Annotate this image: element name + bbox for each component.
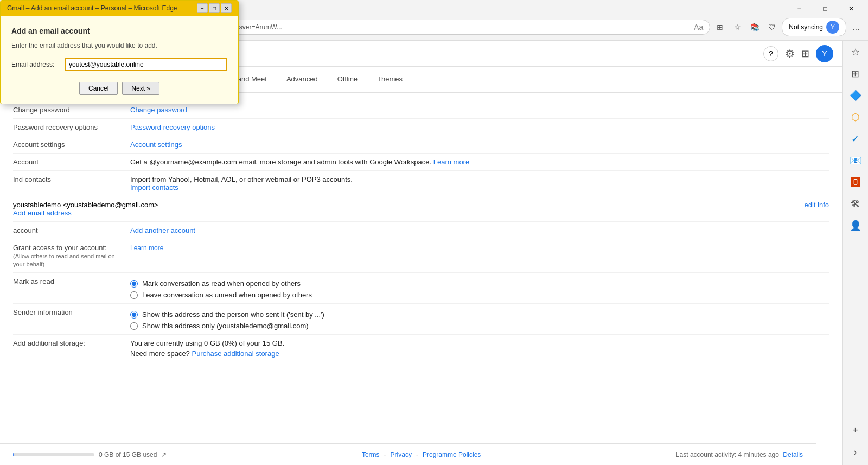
mark-as-read-options: Mark conversation as read when opened by… bbox=[130, 279, 829, 299]
settings-more-btn[interactable]: … bbox=[848, 20, 864, 35]
sender-info-option-2[interactable]: Show this address only (youstabledemo@gm… bbox=[130, 322, 829, 330]
storage-bar bbox=[13, 453, 94, 456]
sidebar-expand-icon[interactable]: › bbox=[847, 443, 864, 461]
account-workspace-value: Get a @yourname@example.com email, more … bbox=[130, 158, 829, 166]
dialog-win-controls: − □ ✕ bbox=[197, 3, 232, 13]
account-workspace-label: Account bbox=[13, 158, 122, 166]
dialog-heading: Add an email account bbox=[11, 27, 227, 35]
sidebar-user-icon[interactable]: 👤 bbox=[847, 217, 864, 234]
need-more-text: Need more space? bbox=[130, 349, 190, 358]
minimize-button[interactable]: − bbox=[787, 0, 812, 17]
dialog-field-row: Email address: bbox=[11, 58, 227, 71]
sidebar-favorites-icon[interactable]: ☆ bbox=[847, 43, 864, 61]
password-value: Change password bbox=[130, 106, 829, 114]
browser-essentials-btn[interactable]: 🛡 bbox=[764, 20, 780, 35]
password-recovery-label: Password recovery options bbox=[13, 123, 122, 131]
sidebar-add-icon[interactable]: + bbox=[847, 422, 864, 439]
dialog-buttons: Cancel Next » bbox=[11, 82, 227, 95]
terms-link[interactable]: Terms bbox=[362, 451, 380, 458]
mark-as-read-option-1-label: Mark conversation as read when opened by… bbox=[142, 279, 301, 288]
add-account-value: Add another account bbox=[130, 226, 829, 234]
tab-offline[interactable]: Offline bbox=[329, 68, 366, 91]
import-contacts-row: Ind contacts Import from Yahoo!, Hotmail… bbox=[13, 171, 829, 196]
tab-advanced[interactable]: Advanced bbox=[278, 68, 327, 91]
mark-as-read-row: Mark as read Mark conversation as read w… bbox=[13, 273, 829, 304]
programme-link[interactable]: Programme Policies bbox=[423, 451, 481, 458]
dialog-minimize-btn[interactable]: − bbox=[197, 3, 208, 13]
grant-access-value: Learn more bbox=[130, 244, 829, 252]
sender-info-option-1-label: Show this address and the person who sen… bbox=[142, 310, 324, 319]
next-button[interactable]: Next » bbox=[122, 82, 159, 95]
sidebar-tools-icon[interactable]: 🛠 bbox=[847, 195, 864, 213]
dialog-restore-btn[interactable]: □ bbox=[209, 3, 220, 13]
sender-info-label: Sender information bbox=[13, 308, 122, 316]
import-contacts-label: Ind contacts bbox=[13, 175, 122, 183]
gmail-help-icon[interactable]: ? bbox=[763, 46, 778, 61]
sidebar-office-icon[interactable]: 🅾 bbox=[847, 174, 864, 191]
account-settings-row: Account settings Account settings bbox=[13, 136, 829, 154]
password-recovery-row: Password recovery options Password recov… bbox=[13, 119, 829, 136]
mark-as-read-radio-2[interactable] bbox=[130, 291, 138, 299]
sender-info-options: Show this address and the person who sen… bbox=[130, 310, 829, 330]
sync-not-syncing-label: Not syncing bbox=[789, 23, 823, 31]
cancel-button[interactable]: Cancel bbox=[79, 82, 118, 95]
workspace-learn-more[interactable]: Learn more bbox=[433, 158, 469, 166]
gmail-avatar[interactable]: Y bbox=[816, 45, 833, 62]
mark-as-read-option-2[interactable]: Leave conversation as unread when opened… bbox=[130, 291, 829, 299]
favorites-btn[interactable]: ☆ bbox=[730, 20, 745, 35]
mark-as-read-option-1[interactable]: Mark conversation as read when opened by… bbox=[130, 279, 829, 288]
add-storage-row: Add additional storage: You are currentl… bbox=[13, 335, 829, 362]
email-field-label: Email address: bbox=[11, 61, 60, 68]
dialog-body: Add an email account Enter the email add… bbox=[1, 16, 238, 104]
collections-btn[interactable]: 📚 bbox=[747, 20, 762, 35]
mark-as-read-value: Mark conversation as read when opened by… bbox=[130, 277, 829, 299]
email-input[interactable] bbox=[65, 58, 227, 71]
mark-as-read-radio-1[interactable] bbox=[130, 280, 138, 288]
storage-desc: You are currently using 0 GB (0%) of you… bbox=[130, 339, 829, 347]
footer-sep-2: - bbox=[416, 451, 418, 458]
password-label: Change password bbox=[13, 106, 122, 114]
sidebar-essentials-icon[interactable]: ⬡ bbox=[847, 109, 864, 126]
sidebar-outlook-icon[interactable]: 📧 bbox=[847, 152, 864, 169]
tab-search-btn[interactable]: ⊞ bbox=[712, 20, 727, 35]
edit-info-link[interactable]: edit info bbox=[804, 201, 829, 209]
password-recovery-link[interactable]: Password recovery options bbox=[130, 123, 215, 131]
grant-access-learn-more[interactable]: Learn more bbox=[130, 244, 163, 252]
footer-activity-text: Last account activity: 4 minutes ago bbox=[676, 451, 779, 458]
tab-themes[interactable]: Themes bbox=[368, 68, 411, 91]
sidebar-todo-icon[interactable]: ✓ bbox=[847, 130, 864, 148]
sidebar-extensions-icon[interactable]: 🔷 bbox=[847, 87, 864, 104]
sidebar-collections-icon[interactable]: ⊞ bbox=[847, 65, 864, 82]
sender-info-radio-1[interactable] bbox=[130, 311, 138, 319]
account-email-name: youstabledemo <youstabledemo@gmail.com> bbox=[13, 201, 158, 209]
change-password-link[interactable]: Change password bbox=[130, 106, 187, 114]
dialog-desc: Enter the email address that you would l… bbox=[11, 42, 227, 49]
storage-external-link-icon[interactable]: ↗ bbox=[161, 451, 167, 458]
sync-button[interactable]: Not syncing Y bbox=[782, 18, 846, 36]
sender-info-option-1[interactable]: Show this address and the person who sen… bbox=[130, 310, 829, 319]
account-settings-label: Account settings bbox=[13, 141, 122, 149]
footer-activity: Last account activity: 4 minutes ago Det… bbox=[676, 451, 803, 458]
edge-sidebar: ☆ ⊞ 🔷 ⬡ ✓ 📧 🅾 🛠 👤 + › bbox=[842, 0, 868, 465]
purchase-storage-link[interactable]: Purchase additional storage bbox=[192, 349, 279, 358]
sender-info-row: Sender information Show this address and… bbox=[13, 304, 829, 335]
settings-content: Change password Change password Password… bbox=[0, 93, 842, 465]
dialog-close-btn[interactable]: ✕ bbox=[221, 3, 232, 13]
close-button[interactable]: ✕ bbox=[839, 0, 864, 17]
gmail-settings-icon[interactable]: ⚙ bbox=[785, 47, 795, 60]
gmail-apps-icon[interactable]: ⊞ bbox=[801, 48, 809, 60]
add-storage-value: You are currently using 0 GB (0%) of you… bbox=[130, 339, 829, 358]
footer-details-link[interactable]: Details bbox=[783, 451, 803, 458]
account-settings-link[interactable]: Account settings bbox=[130, 141, 182, 149]
add-account-label: account bbox=[13, 226, 122, 234]
import-contacts-value: Import from Yahoo!, Hotmail, AOL, or oth… bbox=[130, 175, 829, 192]
restore-button[interactable]: □ bbox=[813, 0, 838, 17]
import-contacts-link[interactable]: Import contacts bbox=[130, 183, 178, 192]
add-email-dialog: Gmail – Add an email account – Personal … bbox=[0, 0, 239, 104]
add-another-account-link[interactable]: Add another account bbox=[130, 226, 195, 234]
sender-info-radio-2[interactable] bbox=[130, 322, 138, 330]
add-email-address-link[interactable]: Add email address bbox=[13, 209, 72, 217]
sender-info-option-2-label: Show this address only (youstabledemo@gm… bbox=[142, 322, 309, 330]
storage-used-text: 0 GB of 15 GB used bbox=[99, 451, 157, 458]
privacy-link[interactable]: Privacy bbox=[391, 451, 412, 458]
